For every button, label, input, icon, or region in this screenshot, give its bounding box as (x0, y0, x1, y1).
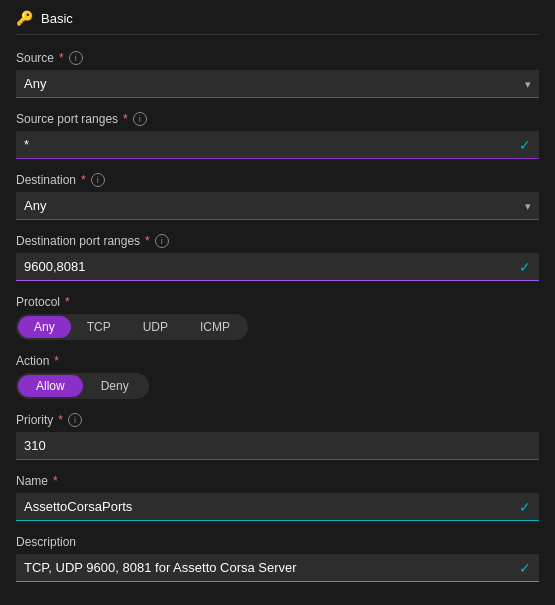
destination-port-ranges-required: * (145, 234, 150, 248)
protocol-label-row: Protocol * (16, 295, 539, 309)
action-toggle: Allow Deny (16, 373, 149, 399)
page-container: 🔑 Basic Source * i Any IP Addresses Serv… (0, 0, 555, 605)
destination-dropdown-wrapper: Any IP Addresses Service Tag Application… (16, 192, 539, 220)
protocol-udp-button[interactable]: UDP (127, 316, 184, 338)
protocol-tcp-button[interactable]: TCP (71, 316, 127, 338)
source-port-ranges-label-row: Source port ranges * i (16, 112, 539, 126)
source-label-row: Source * i (16, 51, 539, 65)
source-port-ranges-field-group: Source port ranges * i ✓ (16, 112, 539, 159)
priority-input-wrapper (16, 432, 539, 460)
source-dropdown-wrapper: Any IP Addresses Service Tag Application… (16, 70, 539, 98)
source-label: Source (16, 51, 54, 65)
source-select[interactable]: Any IP Addresses Service Tag Application… (16, 70, 539, 98)
destination-port-ranges-info-icon[interactable]: i (155, 234, 169, 248)
destination-port-ranges-field-group: Destination port ranges * i ✓ (16, 234, 539, 281)
destination-port-ranges-label: Destination port ranges (16, 234, 140, 248)
priority-required: * (58, 413, 63, 427)
protocol-icmp-button[interactable]: ICMP (184, 316, 246, 338)
destination-port-ranges-input[interactable] (16, 253, 539, 281)
source-info-icon[interactable]: i (69, 51, 83, 65)
section-title: Basic (41, 11, 73, 26)
priority-info-icon[interactable]: i (68, 413, 82, 427)
priority-field-group: Priority * i (16, 413, 539, 460)
name-input-wrapper: ✓ (16, 493, 539, 521)
source-port-ranges-input-wrapper: ✓ (16, 131, 539, 159)
action-deny-button[interactable]: Deny (83, 375, 147, 397)
protocol-any-button[interactable]: Any (18, 316, 71, 338)
destination-label-row: Destination * i (16, 173, 539, 187)
priority-input[interactable] (16, 432, 539, 460)
description-check-icon: ✓ (519, 560, 531, 576)
destination-required: * (81, 173, 86, 187)
action-required: * (54, 354, 59, 368)
protocol-field-group: Protocol * Any TCP UDP ICMP (16, 295, 539, 340)
destination-label: Destination (16, 173, 76, 187)
action-label-row: Action * (16, 354, 539, 368)
destination-select[interactable]: Any IP Addresses Service Tag Application… (16, 192, 539, 220)
description-input-wrapper: ✓ (16, 554, 539, 582)
source-port-ranges-info-icon[interactable]: i (133, 112, 147, 126)
destination-port-ranges-label-row: Destination port ranges * i (16, 234, 539, 248)
name-label: Name (16, 474, 48, 488)
name-check-icon: ✓ (519, 499, 531, 515)
name-input[interactable] (16, 493, 539, 521)
source-required: * (59, 51, 64, 65)
name-label-row: Name * (16, 474, 539, 488)
source-port-ranges-input[interactable] (16, 131, 539, 159)
protocol-required: * (65, 295, 70, 309)
name-field-group: Name * ✓ (16, 474, 539, 521)
action-field-group: Action * Allow Deny (16, 354, 539, 399)
description-label: Description (16, 535, 76, 549)
destination-field-group: Destination * i Any IP Addresses Service… (16, 173, 539, 220)
description-label-row: Description (16, 535, 539, 549)
section-header: 🔑 Basic (16, 10, 539, 35)
description-field-group: Description ✓ (16, 535, 539, 582)
source-port-ranges-required: * (123, 112, 128, 126)
source-port-ranges-check-icon: ✓ (519, 137, 531, 153)
source-port-ranges-label: Source port ranges (16, 112, 118, 126)
priority-label: Priority (16, 413, 53, 427)
key-icon: 🔑 (16, 10, 33, 26)
priority-label-row: Priority * i (16, 413, 539, 427)
protocol-label: Protocol (16, 295, 60, 309)
action-label: Action (16, 354, 49, 368)
protocol-toggle: Any TCP UDP ICMP (16, 314, 248, 340)
destination-port-ranges-input-wrapper: ✓ (16, 253, 539, 281)
destination-port-ranges-check-icon: ✓ (519, 259, 531, 275)
destination-info-icon[interactable]: i (91, 173, 105, 187)
action-allow-button[interactable]: Allow (18, 375, 83, 397)
description-input[interactable] (16, 554, 539, 582)
source-field-group: Source * i Any IP Addresses Service Tag … (16, 51, 539, 98)
name-required: * (53, 474, 58, 488)
